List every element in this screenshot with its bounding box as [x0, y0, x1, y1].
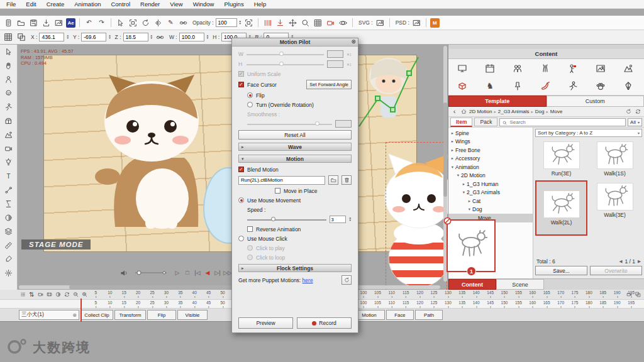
orbit-tool-icon[interactable]	[338, 18, 348, 28]
stop-button[interactable]: □	[183, 270, 192, 276]
browse-motion-button[interactable]	[328, 175, 338, 185]
preview-button[interactable]: Preview	[238, 317, 293, 329]
volume-icon[interactable]	[118, 268, 129, 278]
opacity-spinner[interactable]: ▲▼	[239, 20, 242, 26]
speed-slider[interactable]	[247, 217, 326, 222]
marketplace-badge[interactable]: M	[430, 18, 440, 28]
tab-item[interactable]: Item	[450, 118, 472, 127]
transform-input-x[interactable]	[39, 33, 64, 41]
pen-tool-icon[interactable]: ✎	[165, 18, 176, 28]
motion-section-header[interactable]: ▾Motion	[238, 155, 352, 163]
tree-item-animation[interactable]: ▾Animation	[448, 163, 533, 172]
paw-icon[interactable]	[594, 80, 607, 92]
tree-item-accessory[interactable]: ▸Accessory	[448, 155, 533, 163]
playhead[interactable]	[80, 299, 82, 322]
layer-tool-icon[interactable]	[3, 226, 14, 237]
prop-tool-icon[interactable]	[3, 116, 14, 126]
tree-item-1-g3-human[interactable]: ▸1_G3 Human	[448, 180, 533, 189]
tree-item-cat[interactable]: ▸Cat	[448, 197, 533, 206]
face-cursor-checkbox[interactable]	[238, 82, 244, 87]
stage-character-puppy[interactable]	[90, 70, 219, 233]
menu-create[interactable]: Create	[42, 1, 70, 8]
thumbnail-run3e[interactable]: Run(3E)	[535, 139, 587, 179]
tab-scene[interactable]: Scene	[496, 279, 544, 290]
menu-file[interactable]: File	[1, 1, 21, 8]
transform-input-y[interactable]	[81, 33, 106, 41]
tab-template[interactable]: Template	[448, 96, 547, 107]
breadcrumb-item[interactable]: 2_G3 Animals	[498, 109, 530, 114]
pointer-tool-icon[interactable]	[3, 47, 14, 57]
loop-range-icon[interactable]	[63, 290, 71, 299]
use-mouse-movement-radio[interactable]	[238, 197, 244, 203]
transform-tool-icon[interactable]	[128, 18, 138, 28]
head-tool-icon[interactable]	[3, 88, 14, 99]
save-button[interactable]: Save...	[535, 266, 587, 275]
timeline-bars-icon[interactable]	[262, 18, 273, 28]
clip-track-icon[interactable]	[45, 290, 53, 299]
wave-section-header[interactable]: ▸Wave	[238, 143, 352, 151]
tab-content[interactable]: Content	[448, 279, 496, 290]
use-mouse-click-radio[interactable]	[238, 236, 244, 241]
sort-dropdown[interactable]: Sort by Category : A to Z▾	[535, 129, 642, 137]
motion-tool-icon[interactable]	[3, 102, 14, 112]
monitor-icon[interactable]	[456, 62, 469, 75]
props-icon[interactable]	[539, 62, 552, 75]
download-icon[interactable]	[275, 18, 286, 28]
refresh-icon[interactable]	[625, 107, 633, 116]
link-tool-icon[interactable]	[178, 18, 189, 28]
flip-radio[interactable]	[247, 92, 253, 98]
track-list-icon[interactable]	[19, 290, 27, 299]
reset-all-button[interactable]: Reset All	[238, 130, 352, 140]
thumbnail-walk3e[interactable]: Walk(3E)	[589, 180, 641, 236]
go-to-end-button[interactable]: ▷▷	[223, 270, 232, 276]
filter-all-dropdown[interactable]: All▾	[628, 118, 642, 126]
search-input[interactable]	[509, 119, 624, 125]
hand-tool-icon[interactable]	[3, 60, 14, 71]
transform-input-w[interactable]	[179, 33, 204, 41]
motion-file-input[interactable]	[238, 176, 325, 185]
menu-window[interactable]: Window	[188, 1, 219, 8]
tree-item-spine[interactable]: ▸Spine	[448, 129, 533, 138]
blend-motion-checkbox[interactable]	[238, 167, 244, 172]
pivot-grid-icon[interactable]	[16, 31, 27, 43]
dropper-tool-icon[interactable]	[3, 254, 14, 265]
stage-character-rigged[interactable]	[354, 50, 425, 140]
fit-view-icon[interactable]	[243, 18, 254, 28]
anchor-grid-icon[interactable]	[3, 31, 14, 43]
tree-item-2-g3-animals[interactable]: ▾2_G3 Animals	[448, 189, 533, 197]
flag-actor-icon[interactable]	[567, 62, 579, 75]
menu-plugins[interactable]: Plugins	[219, 1, 248, 8]
drag-preview-walk2l[interactable]: 1	[447, 219, 496, 272]
grid-snap-icon[interactable]	[313, 18, 323, 28]
landscape-icon[interactable]	[622, 62, 635, 75]
light-tool-icon[interactable]	[3, 157, 14, 168]
volume-slider[interactable]	[133, 267, 169, 278]
spring-tool-icon[interactable]	[3, 199, 14, 209]
after-effects-badge[interactable]: Ae	[66, 18, 75, 28]
redo-icon[interactable]: ↷	[96, 18, 107, 28]
track-button-collect-clip[interactable]: Collect Clip	[80, 310, 113, 320]
thumbnail-walk1s[interactable]: Walk(1S)	[589, 139, 641, 179]
dialog-titlebar[interactable]: Motion Pilot ⊗	[232, 38, 358, 47]
link-scale-icon[interactable]	[155, 32, 165, 43]
step-forward-button[interactable]: ▷|	[213, 270, 222, 276]
tree-item-dog[interactable]: ▾Dog	[448, 206, 533, 214]
prev-page-button[interactable]: ◀	[619, 259, 622, 264]
reverse-play-button[interactable]: ◀	[203, 270, 212, 276]
zoom-out-icon[interactable]	[72, 290, 80, 299]
tree-item-wings[interactable]: ▸Wings	[448, 138, 533, 146]
move-in-place-checkbox[interactable]	[275, 188, 280, 194]
export-image-icon[interactable]	[53, 18, 64, 28]
chili-icon[interactable]	[539, 80, 552, 92]
menu-edit[interactable]: Edit	[21, 1, 41, 8]
tab-custom[interactable]: Custom	[547, 96, 644, 107]
dock-icon[interactable]	[634, 290, 642, 299]
flip-tool-icon[interactable]	[153, 18, 164, 28]
tree-item-2d-motion[interactable]: ▾2D Motion	[448, 172, 533, 180]
snapshot-icon[interactable]	[625, 290, 633, 299]
track-button-transform[interactable]: Transform	[114, 310, 146, 320]
menu-view[interactable]: View	[165, 1, 187, 8]
track-button-flip[interactable]: Flip	[147, 310, 176, 320]
content-panel-header[interactable]: Content	[448, 49, 644, 59]
select-cursor-icon[interactable]	[115, 18, 126, 28]
